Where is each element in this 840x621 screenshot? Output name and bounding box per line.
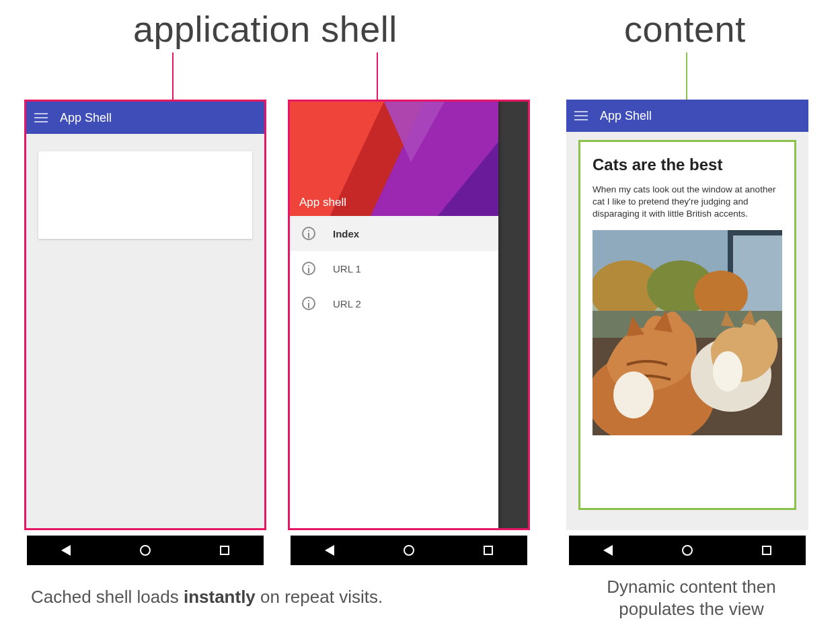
phone-content: App Shell Cats are the best When my cats… <box>566 100 808 530</box>
appbar: App Shell <box>26 102 264 134</box>
article-body: When my cats look out the window at anot… <box>593 184 782 221</box>
drawer-header: App shell <box>290 102 498 216</box>
nav-home-icon[interactable] <box>404 545 414 556</box>
caption-left-emphasis: instantly <box>184 587 256 607</box>
empty-content-card <box>38 151 252 239</box>
info-icon <box>302 227 315 240</box>
heading-application-shell: application shell <box>133 8 397 50</box>
hamburger-icon[interactable] <box>34 113 48 122</box>
nav-home-icon[interactable] <box>140 545 151 556</box>
drawer-item-url2[interactable]: URL 2 <box>290 286 498 321</box>
drawer-item-label: URL 1 <box>333 263 361 275</box>
content-card: Cats are the best When my cats look out … <box>578 140 796 510</box>
nav-recents-icon[interactable] <box>220 546 229 555</box>
nav-drawer: App shell Index URL 1 URL 2 <box>290 102 498 528</box>
heading-content: content <box>624 8 746 50</box>
android-nav-bar <box>27 536 264 565</box>
android-nav-bar <box>569 536 806 565</box>
nav-back-icon[interactable] <box>325 545 334 556</box>
svg-point-10 <box>694 270 748 318</box>
nav-recents-icon[interactable] <box>762 546 771 555</box>
article-image-cats <box>593 230 782 435</box>
nav-home-icon[interactable] <box>682 545 693 556</box>
drawer-item-index[interactable]: Index <box>290 216 498 251</box>
appbar-title: App Shell <box>600 109 652 123</box>
nav-back-icon[interactable] <box>603 545 613 556</box>
connector-pink-left <box>172 52 174 100</box>
connector-pink-right <box>377 52 378 100</box>
nav-back-icon[interactable] <box>61 545 71 556</box>
android-nav-bar <box>291 536 527 565</box>
drawer-item-label: URL 2 <box>333 298 361 309</box>
drawer-list: Index URL 1 URL 2 <box>290 216 498 321</box>
article-title: Cats are the best <box>593 155 782 174</box>
svg-point-15 <box>613 371 654 418</box>
caption-left: Cached shell loads instantly on repeat v… <box>31 587 383 608</box>
drawer-item-label: Index <box>333 228 359 240</box>
svg-point-21 <box>713 351 742 392</box>
appbar-title: App Shell <box>60 111 112 125</box>
info-icon <box>302 297 315 310</box>
info-icon <box>302 262 315 275</box>
nav-recents-icon[interactable] <box>484 546 493 555</box>
drawer-title: App shell <box>299 196 346 209</box>
appbar: App Shell <box>566 100 808 132</box>
caption-right: Dynamic content then populates the view <box>570 576 812 620</box>
phone-shell-empty: App Shell <box>24 100 266 530</box>
hamburger-icon[interactable] <box>574 111 588 120</box>
drawer-item-url1[interactable]: URL 1 <box>290 251 498 286</box>
caption-left-a: Cached shell loads <box>31 587 184 607</box>
phone-shell-drawer: App shell Index URL 1 URL 2 <box>288 100 530 530</box>
caption-left-c: on repeat visits. <box>256 587 383 607</box>
